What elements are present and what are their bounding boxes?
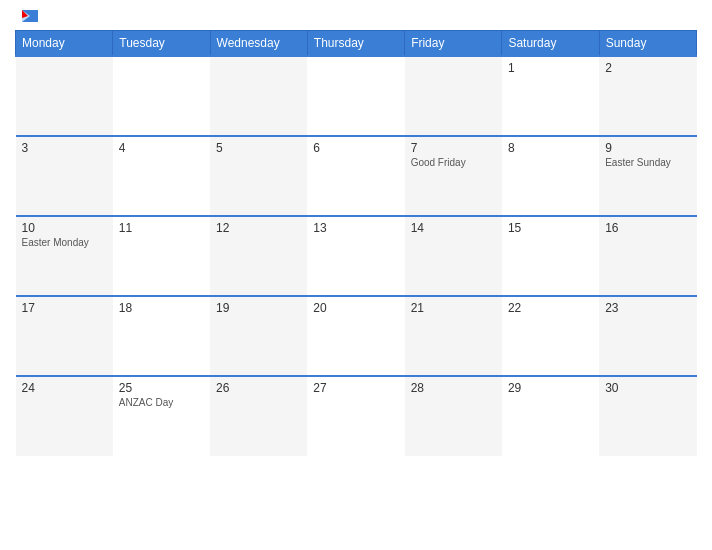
day-number: 24: [22, 381, 107, 395]
calendar-cell-4-5: 21: [405, 296, 502, 376]
day-number: 2: [605, 61, 690, 75]
holiday-label: Good Friday: [411, 157, 496, 168]
calendar-cell-2-1: 3: [16, 136, 113, 216]
day-number: 9: [605, 141, 690, 155]
day-number: 1: [508, 61, 593, 75]
weekday-header-friday: Friday: [405, 31, 502, 57]
calendar-cell-3-3: 12: [210, 216, 307, 296]
calendar-cell-5-5: 28: [405, 376, 502, 456]
day-number: 20: [313, 301, 398, 315]
calendar-table: MondayTuesdayWednesdayThursdayFridaySatu…: [15, 30, 697, 456]
calendar-cell-4-4: 20: [307, 296, 404, 376]
calendar-cell-1-5: [405, 56, 502, 136]
day-number: 30: [605, 381, 690, 395]
calendar-cell-4-3: 19: [210, 296, 307, 376]
calendar-cell-4-2: 18: [113, 296, 210, 376]
calendar-cell-3-1: 10Easter Monday: [16, 216, 113, 296]
calendar-cell-3-6: 15: [502, 216, 599, 296]
calendar-cell-1-2: [113, 56, 210, 136]
day-number: 10: [22, 221, 107, 235]
calendar-cell-4-6: 22: [502, 296, 599, 376]
weekday-header-monday: Monday: [16, 31, 113, 57]
calendar-cell-1-7: 2: [599, 56, 696, 136]
holiday-label: Easter Monday: [22, 237, 107, 248]
header: [15, 10, 697, 22]
calendar-cell-5-6: 29: [502, 376, 599, 456]
calendar-cell-5-7: 30: [599, 376, 696, 456]
calendar-cell-1-6: 1: [502, 56, 599, 136]
holiday-label: ANZAC Day: [119, 397, 204, 408]
day-number: 23: [605, 301, 690, 315]
day-number: 28: [411, 381, 496, 395]
calendar-cell-4-1: 17: [16, 296, 113, 376]
calendar-cell-5-2: 25ANZAC Day: [113, 376, 210, 456]
weekday-header-saturday: Saturday: [502, 31, 599, 57]
calendar-cell-5-4: 27: [307, 376, 404, 456]
day-number: 11: [119, 221, 204, 235]
day-number: 26: [216, 381, 301, 395]
day-number: 12: [216, 221, 301, 235]
logo-flag-icon: [22, 10, 38, 22]
day-number: 14: [411, 221, 496, 235]
day-number: 29: [508, 381, 593, 395]
calendar-cell-3-5: 14: [405, 216, 502, 296]
calendar-cell-3-7: 16: [599, 216, 696, 296]
day-number: 8: [508, 141, 593, 155]
day-number: 22: [508, 301, 593, 315]
calendar-cell-2-3: 5: [210, 136, 307, 216]
calendar-cell-1-1: [16, 56, 113, 136]
day-number: 16: [605, 221, 690, 235]
weekday-header-thursday: Thursday: [307, 31, 404, 57]
weekday-header-tuesday: Tuesday: [113, 31, 210, 57]
calendar-cell-1-3: [210, 56, 307, 136]
logo: [20, 10, 40, 22]
day-number: 4: [119, 141, 204, 155]
day-number: 13: [313, 221, 398, 235]
calendar-cell-2-2: 4: [113, 136, 210, 216]
calendar-cell-3-2: 11: [113, 216, 210, 296]
calendar-row-5: 2425ANZAC Day2627282930: [16, 376, 697, 456]
day-number: 15: [508, 221, 593, 235]
calendar-cell-5-3: 26: [210, 376, 307, 456]
day-number: 27: [313, 381, 398, 395]
calendar-cell-2-6: 8: [502, 136, 599, 216]
calendar-cell-2-4: 6: [307, 136, 404, 216]
day-number: 21: [411, 301, 496, 315]
calendar-cell-1-4: [307, 56, 404, 136]
calendar-cell-3-4: 13: [307, 216, 404, 296]
holiday-label: Easter Sunday: [605, 157, 690, 168]
calendar-cell-5-1: 24: [16, 376, 113, 456]
weekday-header-row: MondayTuesdayWednesdayThursdayFridaySatu…: [16, 31, 697, 57]
calendar-row-4: 17181920212223: [16, 296, 697, 376]
day-number: 17: [22, 301, 107, 315]
day-number: 25: [119, 381, 204, 395]
calendar-row-2: 34567Good Friday89Easter Sunday: [16, 136, 697, 216]
day-number: 7: [411, 141, 496, 155]
calendar-cell-2-5: 7Good Friday: [405, 136, 502, 216]
calendar-cell-2-7: 9Easter Sunday: [599, 136, 696, 216]
day-number: 5: [216, 141, 301, 155]
weekday-header-sunday: Sunday: [599, 31, 696, 57]
calendar-page: MondayTuesdayWednesdayThursdayFridaySatu…: [0, 0, 712, 550]
calendar-row-3: 10Easter Monday111213141516: [16, 216, 697, 296]
day-number: 19: [216, 301, 301, 315]
day-number: 6: [313, 141, 398, 155]
day-number: 18: [119, 301, 204, 315]
weekday-header-wednesday: Wednesday: [210, 31, 307, 57]
calendar-row-1: 12: [16, 56, 697, 136]
calendar-cell-4-7: 23: [599, 296, 696, 376]
day-number: 3: [22, 141, 107, 155]
